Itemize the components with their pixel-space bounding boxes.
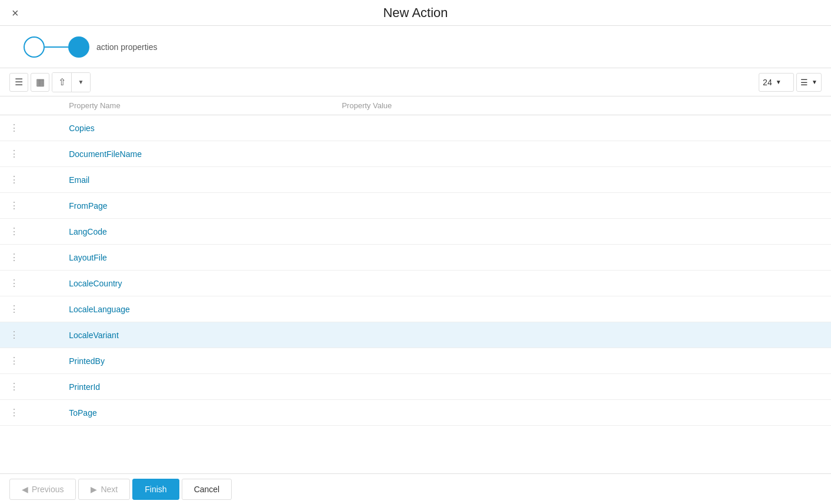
- property-name-cell: Copies: [59, 115, 332, 141]
- table-row: ⋮LangCode: [0, 219, 831, 245]
- drag-col-header: [0, 96, 59, 115]
- property-name-cell: LayoutFile: [59, 245, 332, 271]
- finish-button[interactable]: Finish: [132, 479, 179, 500]
- next-button[interactable]: ▶ Next: [78, 479, 130, 500]
- table-row: ⋮LocaleLanguage: [0, 296, 831, 322]
- property-name-cell: LangCode: [59, 219, 332, 245]
- previous-arrow-icon: ◀: [22, 485, 28, 494]
- property-value-cell[interactable]: [332, 374, 831, 400]
- drag-handle[interactable]: ⋮: [0, 348, 59, 374]
- cancel-label: Cancel: [194, 485, 220, 494]
- table-row: ⋮Email: [0, 167, 831, 193]
- property-value-cell[interactable]: [332, 348, 831, 374]
- property-name-cell: LocaleVariant: [59, 322, 332, 348]
- table-row: ⋮PrintedBy: [0, 348, 831, 374]
- drag-handle[interactable]: ⋮: [0, 219, 59, 245]
- page-title: New Action: [383, 5, 448, 21]
- toolbar: ☰ ▦ ⇧ ▼ 24 ▼ ☰ ▼: [0, 68, 831, 96]
- table-container: Property Name Property Value ⋮Copies⋮Doc…: [0, 96, 831, 473]
- previous-button[interactable]: ◀ Previous: [9, 479, 76, 500]
- property-value-cell[interactable]: [332, 115, 831, 141]
- table-row: ⋮LocaleCountry: [0, 271, 831, 296]
- property-value-cell[interactable]: [332, 322, 831, 348]
- wizard-steps: action properties: [0, 26, 831, 68]
- property-name-cell: DocumentFileName: [59, 141, 332, 167]
- view-icon: ☰: [800, 78, 808, 87]
- table-row: ⋮Copies: [0, 115, 831, 141]
- property-name-cell: FromPage: [59, 193, 332, 219]
- list-icon: ☰: [15, 76, 23, 88]
- property-name-cell: LocaleCountry: [59, 271, 332, 296]
- drag-handle[interactable]: ⋮: [0, 167, 59, 193]
- wizard-step-1: [24, 36, 45, 58]
- property-name-cell: Email: [59, 167, 332, 193]
- finish-label: Finish: [145, 485, 166, 494]
- property-value-header: Property Value: [332, 96, 831, 115]
- table-row: ⋮LocaleVariant: [0, 322, 831, 348]
- next-arrow-icon: ▶: [91, 485, 97, 494]
- drag-handle[interactable]: ⋮: [0, 400, 59, 426]
- view-toggle[interactable]: ☰ ▼: [796, 73, 822, 92]
- header: × New Action: [0, 0, 831, 26]
- drag-handle[interactable]: ⋮: [0, 271, 59, 296]
- export-button-group: ⇧ ▼: [52, 72, 91, 92]
- previous-label: Previous: [32, 485, 64, 494]
- property-name-cell: PrintedBy: [59, 348, 332, 374]
- table-row: ⋮ToPage: [0, 400, 831, 426]
- property-value-cell[interactable]: [332, 296, 831, 322]
- export-button[interactable]: ⇧: [52, 73, 71, 92]
- drag-handle[interactable]: ⋮: [0, 296, 59, 322]
- toolbar-right: 24 ▼ ☰ ▼: [759, 73, 822, 92]
- table-row: ⋮FromPage: [0, 193, 831, 219]
- table-header-row: Property Name Property Value: [0, 96, 831, 115]
- property-value-cell[interactable]: [332, 271, 831, 296]
- next-label: Next: [101, 485, 118, 494]
- property-value-cell[interactable]: [332, 219, 831, 245]
- wizard-step-label: action properties: [96, 42, 158, 52]
- properties-table: Property Name Property Value ⋮Copies⋮Doc…: [0, 96, 831, 426]
- cancel-button[interactable]: Cancel: [182, 479, 232, 500]
- close-button[interactable]: ×: [9, 4, 21, 22]
- footer: ◀ Previous ▶ Next Finish Cancel: [0, 473, 831, 504]
- table-row: ⋮DocumentFileName: [0, 141, 831, 167]
- drag-handle[interactable]: ⋮: [0, 141, 59, 167]
- drag-handle[interactable]: ⋮: [0, 193, 59, 219]
- filter-icon: ▦: [36, 76, 45, 88]
- property-value-cell[interactable]: [332, 167, 831, 193]
- property-name-cell: ToPage: [59, 400, 332, 426]
- table-row: ⋮LayoutFile: [0, 245, 831, 271]
- table-body: ⋮Copies⋮DocumentFileName⋮Email⋮FromPage⋮…: [0, 115, 831, 426]
- export-chevron-button[interactable]: ▼: [71, 73, 90, 92]
- drag-handle[interactable]: ⋮: [0, 374, 59, 400]
- toolbar-left: ☰ ▦ ⇧ ▼: [9, 72, 91, 92]
- table-row: ⋮PrinterId: [0, 374, 831, 400]
- view-chevron-icon: ▼: [812, 79, 817, 85]
- property-name-cell: LocaleLanguage: [59, 296, 332, 322]
- filter-button[interactable]: ▦: [31, 73, 49, 92]
- page-size-select[interactable]: 24 ▼: [759, 73, 794, 92]
- property-name-header: Property Name: [59, 96, 332, 115]
- wizard-step-2: [68, 36, 89, 58]
- drag-handle[interactable]: ⋮: [0, 245, 59, 271]
- export-chevron-icon: ▼: [78, 79, 84, 85]
- property-value-cell[interactable]: [332, 400, 831, 426]
- property-value-cell[interactable]: [332, 245, 831, 271]
- page-size-value: 24: [763, 78, 772, 87]
- list-view-button[interactable]: ☰: [9, 73, 28, 92]
- drag-handle[interactable]: ⋮: [0, 322, 59, 348]
- property-name-cell: PrinterId: [59, 374, 332, 400]
- property-value-cell[interactable]: [332, 193, 831, 219]
- wizard-step-line: [45, 46, 68, 48]
- drag-handle[interactable]: ⋮: [0, 115, 59, 141]
- page-size-chevron-icon: ▼: [776, 79, 782, 85]
- export-icon: ⇧: [58, 76, 66, 88]
- property-value-cell[interactable]: [332, 141, 831, 167]
